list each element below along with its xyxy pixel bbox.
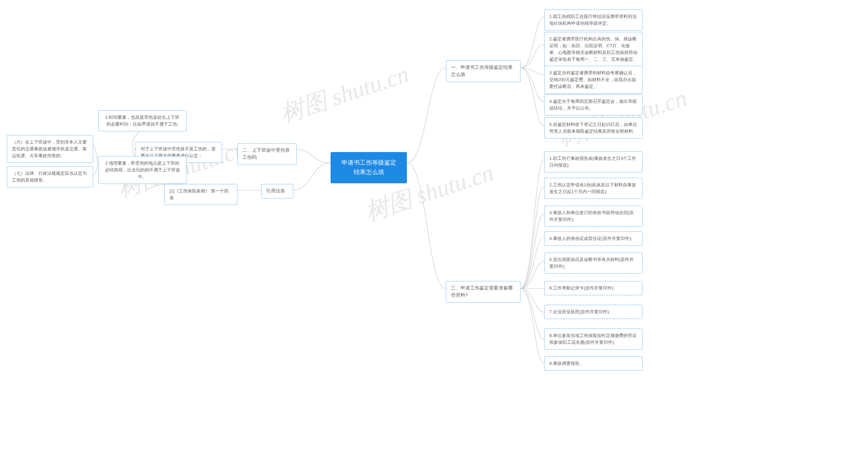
leaf-s2-far2[interactable]: （七）法律、行政法规规定应当认定为工伤的其他情形。 bbox=[7, 166, 93, 187]
leaf-s3-1[interactable]: 1.职工伤亡事故报告表(事故发生之日3个工作日内报送); bbox=[544, 151, 643, 172]
leaf-s3-2[interactable]: 2.工伤认定申请表1份(此表及以下材料自事故发生之日起1个月内一同报送); bbox=[544, 178, 643, 199]
leaf-s3-7[interactable]: 7.企业营业执照(原件并复印件); bbox=[544, 305, 643, 319]
connector-lines bbox=[0, 0, 868, 449]
leaf-s1-5[interactable]: 5.自鉴定材料收下登记之日起15日后，由单位劳资人员前来领取鉴定结果及所收全部材… bbox=[544, 117, 643, 138]
leaf-s1-4[interactable]: 4.鉴定办于每周四定期召开鉴定会，做出等级或结论，并予以公布。 bbox=[544, 94, 643, 115]
leaf-s3-9[interactable]: 9.事故调查报告。 bbox=[544, 356, 643, 371]
mindmap-canvas[interactable]: 树图 shutu.cn 树图 shutu.cn 树图 shutu.cn 树图 s… bbox=[0, 0, 868, 449]
watermark: 树图 shutu.cn bbox=[276, 58, 413, 130]
leaf-cite-1[interactable]: [1]《工伤保险条例》 第一十四条 bbox=[164, 184, 237, 205]
leaf-s2-factor1[interactable]: 1.时间要素，也就是受伤是处在上下班的必要时间；比如早退就不属于工伤; bbox=[98, 110, 186, 131]
leaf-s1-3[interactable]: 3.鉴定办对鉴定者携带的材料由专家确认后，交纳200元鉴定费。如材料不全，由我办… bbox=[544, 66, 643, 94]
leaf-s3-4[interactable]: 4.事故人的身份证或暂住证(原件并复印件); bbox=[544, 231, 643, 246]
root-node[interactable]: 申请书工伤等级鉴定结果怎么填 bbox=[331, 152, 407, 183]
leaf-s3-6[interactable]: 6.工作考勤记录卡(原件并复印件); bbox=[544, 281, 643, 295]
branch-s1[interactable]: 一、申请书工伤等级鉴定结果怎么填 bbox=[446, 60, 520, 82]
leaf-s1-2[interactable]: 2.鉴定者携带医疗机构出具的伤、病、残诊断证明，如：病历、出院证明、CT片、化验… bbox=[544, 32, 643, 67]
leaf-s3-5[interactable]: 5.首次就医病历及诊断书等有关材料(原件并复印件); bbox=[544, 252, 643, 274]
leaf-s3-3[interactable]: 3.事故人和单位签订的有效书面劳动合同(原件并复印件); bbox=[544, 206, 643, 227]
branch-cite[interactable]: 引用法条 bbox=[261, 184, 293, 199]
branch-s2[interactable]: 二、上下班途中受伤算工伤吗 bbox=[237, 143, 297, 165]
leaf-s2-factor2[interactable]: 2.地理要素，即受伤的地点是上下班的必经路线，出去玩的则不属于上下班途中。 bbox=[98, 156, 186, 184]
branch-s3[interactable]: 三、申请工伤鉴定需要准备哪些资料? bbox=[446, 281, 520, 303]
leaf-s1-1[interactable]: 1.因工伤残职工在医疗终结后应携带资料到当地社保机构申请伤残等级评定; bbox=[544, 10, 643, 31]
leaf-s3-8[interactable]: 8.单位参加当地工伤保险按时足额缴费的凭证和参保职工花名册(原件并复印件); bbox=[544, 329, 643, 350]
leaf-s2-far1[interactable]: （六）在上下班途中，受到非本人主要责任的交通事故或者城市轨道交通、客运轮渡、火车… bbox=[7, 135, 93, 163]
